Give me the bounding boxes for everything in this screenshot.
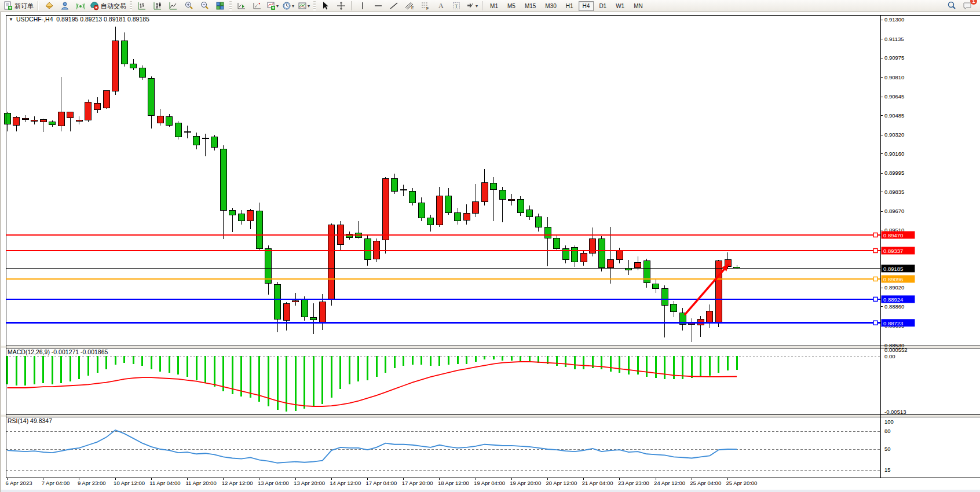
- candle-bear: [526, 210, 533, 217]
- candle-bull: [400, 189, 407, 190]
- templates-button[interactable]: ▾: [296, 0, 312, 12]
- time-axis-label: 7 Apr 04:00: [42, 480, 70, 486]
- svg-text:A: A: [438, 2, 444, 10]
- candle-bear: [301, 300, 308, 317]
- equidistant-channel-button[interactable]: E: [401, 0, 417, 12]
- timeframe-m15[interactable]: M15: [521, 1, 540, 11]
- candlestick-chart-button[interactable]: [149, 0, 165, 12]
- vertical-line-button[interactable]: [354, 0, 370, 12]
- timeframe-h4[interactable]: H4: [579, 1, 594, 11]
- candle-bull: [707, 311, 713, 322]
- editor-button[interactable]: [41, 0, 57, 12]
- new-order-label: 新订单: [14, 2, 34, 10]
- candle-bear: [256, 211, 262, 249]
- candle-bull: [13, 117, 20, 126]
- community-button[interactable]: [57, 0, 72, 12]
- candle-bull: [374, 241, 380, 259]
- signals-button[interactable]: [72, 0, 88, 12]
- candle-bear: [265, 249, 272, 284]
- separator: [38, 1, 39, 10]
- timeframe-m5[interactable]: M5: [503, 1, 520, 11]
- chart-window[interactable]: 0.913000.911350.909750.908100.906450.904…: [0, 12, 980, 492]
- candle-bear: [220, 149, 226, 211]
- timeframe-mn[interactable]: MN: [630, 1, 647, 11]
- tile-windows-icon: [215, 1, 225, 10]
- timeframe-m1[interactable]: M1: [486, 1, 502, 11]
- autotrading-button[interactable]: 自动交易: [88, 0, 128, 12]
- signals-icon: [76, 1, 85, 10]
- candle-bear: [544, 227, 551, 238]
- text-label-button[interactable]: T: [448, 0, 464, 12]
- chart-dropdown-icon[interactable]: ▼: [9, 17, 13, 22]
- crosshair-button[interactable]: [333, 0, 349, 12]
- zoom-in-button[interactable]: [181, 0, 196, 12]
- time-axis-label: 12 Apr 12:00: [222, 480, 253, 486]
- cursor-button[interactable]: [317, 0, 333, 12]
- candle-bull: [616, 251, 623, 259]
- time-axis-label: 20 Apr 12:00: [546, 480, 577, 486]
- level-marker[interactable]: [873, 248, 877, 252]
- timeframe-w1[interactable]: W1: [612, 1, 628, 11]
- candle-bear: [455, 212, 461, 221]
- timeframe-m30[interactable]: M30: [541, 1, 560, 11]
- time-axis-label: 25 Apr 20:00: [726, 480, 758, 486]
- arrows-button[interactable]: ▾: [464, 0, 480, 12]
- chat-button[interactable]: 1: [959, 0, 975, 12]
- zoom-out-button[interactable]: [196, 0, 212, 12]
- auto-scroll-button[interactable]: [233, 0, 249, 12]
- candle-bear: [49, 122, 56, 125]
- price-tick-label: 0.91300: [884, 16, 904, 23]
- bar-chart-button[interactable]: [134, 0, 149, 12]
- text-button[interactable]: A: [433, 0, 448, 12]
- chart-ohlc-values: 0.89195 0.89213 0.89181 0.89185: [56, 16, 149, 23]
- chevron-down-icon: ▾: [276, 3, 279, 9]
- pane-divider[interactable]: [1, 346, 980, 348]
- price-tick-label: 0.88860: [884, 303, 904, 310]
- candle-bear: [4, 113, 10, 124]
- candle-bear: [184, 131, 191, 133]
- pane-divider[interactable]: [1, 415, 980, 417]
- indicators-button[interactable]: ▾: [265, 0, 280, 12]
- time-axis-label: 13 Apr 20:00: [294, 480, 325, 486]
- chevron-down-icon: ▾: [308, 3, 310, 9]
- candle-bear: [392, 178, 398, 191]
- periods-button[interactable]: ▾: [280, 0, 296, 12]
- horizontal-line-button[interactable]: [370, 0, 386, 12]
- candle-bear: [427, 218, 434, 225]
- level-marker[interactable]: [873, 297, 877, 301]
- timeframe-d1[interactable]: D1: [595, 1, 610, 11]
- candle-bull: [22, 118, 28, 120]
- chart-shift-button[interactable]: [249, 0, 265, 12]
- candle-bull: [40, 120, 46, 122]
- time-axis-label: 17 Apr 20:00: [402, 480, 433, 486]
- fibonacci-button[interactable]: F: [417, 0, 433, 12]
- level-marker[interactable]: [873, 277, 877, 281]
- time-axis-label: 18 Apr 12:00: [438, 480, 469, 486]
- chevron-down-icon: ▾: [292, 3, 294, 9]
- svg-text:E: E: [411, 6, 414, 10]
- chart-canvas[interactable]: 0.913000.911350.909750.908100.906450.904…: [1, 12, 980, 492]
- candle-bear: [121, 41, 127, 64]
- search-button[interactable]: [944, 0, 959, 12]
- time-axis-label: 17 Apr 04:00: [366, 480, 397, 486]
- price-tick-label: 0.90645: [884, 93, 904, 100]
- time-axis-label: 19 Apr 20:00: [510, 480, 541, 486]
- candle-bull: [319, 302, 326, 324]
- trendline-button[interactable]: [386, 0, 401, 12]
- level-price-tag-label: 0.88723: [883, 320, 903, 326]
- time-axis-label: 11 Apr 04:00: [149, 480, 180, 486]
- horizontal-line-icon: [374, 1, 383, 10]
- new-order-button[interactable]: 新订单: [2, 0, 35, 12]
- line-chart-button[interactable]: [165, 0, 181, 12]
- tile-windows-button[interactable]: [212, 0, 228, 12]
- equidistant-channel-icon: E: [405, 1, 414, 10]
- candle-bear: [517, 200, 524, 212]
- candle-bull: [103, 91, 109, 108]
- level-marker[interactable]: [873, 233, 877, 237]
- mt4-terminal: { "toolbar": { "new_order_label": "新订单",…: [0, 0, 980, 492]
- level-marker[interactable]: [873, 321, 877, 325]
- candlestick-chart-icon: [153, 1, 162, 10]
- candle-bull: [473, 202, 479, 214]
- time-axis-label: 10 Apr 12:00: [114, 480, 145, 486]
- timeframe-h1[interactable]: H1: [562, 1, 577, 11]
